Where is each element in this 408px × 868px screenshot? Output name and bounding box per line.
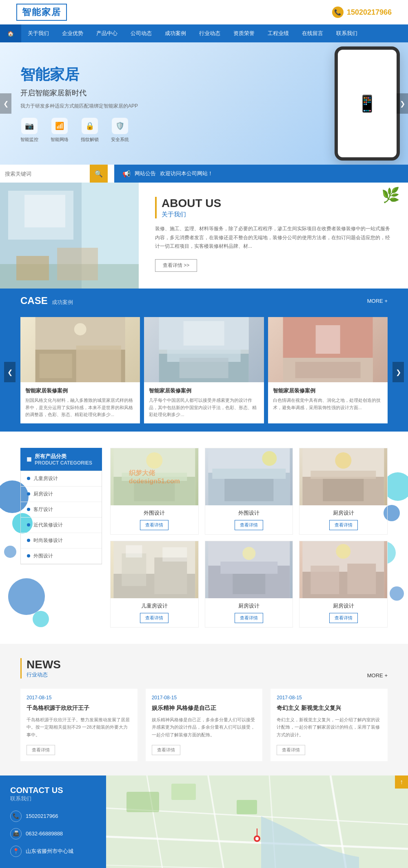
sidebar-title: 所有产品分类 [35, 453, 92, 460]
contact-phone-number: 15020217966 [26, 813, 58, 819]
nav-item-projects[interactable]: 工程业绩 [261, 24, 295, 42]
case-title-1: 智能家居装修案例 [25, 387, 135, 394]
nav-item-message[interactable]: 在线留言 [295, 24, 330, 42]
about-image [0, 183, 139, 289]
hero-title: 智能家居 [20, 65, 233, 85]
product-info-0: 外围设计 查看详情 [111, 505, 198, 534]
products-sidebar-header: ▦ 所有产品分类 PRODUCT CATEGORIES [20, 448, 102, 471]
cat-label-2: 客厅设计 [33, 506, 53, 513]
product-detail-btn-3[interactable]: 查看详情 [140, 613, 169, 623]
cat-item-3[interactable]: 近代装修设计 [21, 518, 102, 533]
product-card-2: 厨房设计 查看详情 [299, 448, 388, 535]
case-section-header: CASE 成功案例 MORE + [0, 289, 408, 313]
case-img-1 [20, 317, 140, 382]
logo: 智能家居 [16, 4, 67, 21]
cat-dot-3 [27, 523, 30, 527]
back-to-top-btn[interactable]: ↑ [395, 775, 408, 789]
case-title-3: 智能家居装修案例 [273, 387, 383, 394]
fax-icon: 📠 [10, 828, 22, 839]
product-name-2: 厨房设计 [304, 509, 383, 517]
about-section: 🌿 ABOUT US 关于我们 装修、施工、监理、材料等服务，除了必要的工程程序… [0, 183, 408, 289]
contact-fax: 0632-66889888 [26, 831, 63, 837]
nav-item-about[interactable]: 关于我们 [21, 24, 55, 42]
news-date-1: 2017-08-15 [152, 695, 257, 701]
cases-arrow-left[interactable]: ❮ [4, 362, 16, 382]
product-img-1 [205, 448, 293, 505]
news-more-btn-1[interactable]: 查看详情 [152, 745, 180, 755]
product-detail-btn-5[interactable]: 查看详情 [329, 613, 358, 623]
notice-icon: 📢 [122, 170, 131, 178]
cat-item-0[interactable]: 儿童房设计 [21, 471, 102, 487]
svg-point-12 [74, 323, 86, 335]
notice-content: 欢迎访问本公司网站！ [160, 170, 213, 177]
top-header: 智能家居 📞 15020217966 [0, 0, 408, 24]
nav-item-honor[interactable]: 资质荣誉 [227, 24, 261, 42]
nav-item-home[interactable]: 🏠 [0, 24, 21, 42]
cat-item-5[interactable]: 外围设计 [21, 549, 102, 564]
product-name-4: 厨房设计 [209, 602, 289, 610]
contact-section: CONTACT US 联系我们 📞 15020217966 📠 0632-668… [0, 775, 408, 868]
cat-item-2[interactable]: 客厅设计 [21, 502, 102, 518]
svg-point-49 [242, 547, 255, 560]
cat-label-5: 外围设计 [33, 553, 53, 560]
hero-right: 📱 [253, 46, 408, 161]
product-detail-btn-2[interactable]: 查看详情 [329, 520, 358, 530]
about-content: 🌿 ABOUT US 关于我们 装修、施工、监理、材料等服务，除了必要的工程程序… [139, 183, 408, 289]
circle-3 [4, 546, 16, 558]
svg-point-68 [255, 837, 259, 840]
svg-rect-22 [295, 362, 360, 378]
cases-strip: ❮ 智能家居装修案例 别国风格文化与材料，融入多雅致的城里家居式样的格界中，是充… [0, 313, 408, 432]
cat-item-1[interactable]: 厨房设计 [21, 487, 102, 502]
location-icon: 📍 [10, 846, 22, 857]
news-more-link[interactable]: MORE + [367, 672, 388, 679]
product-info-3: 儿童房设计 查看详情 [111, 598, 198, 627]
nav-item-company-news[interactable]: 公司动态 [124, 24, 158, 42]
phone-mockup: 📱 [335, 46, 400, 161]
hero-icons-row: 📷 智能监控 📶 智能网络 🔒 指纹解锁 🛡️ 安全系统 [20, 118, 233, 143]
about-more-btn[interactable]: 查看详情 >> [155, 259, 197, 272]
svg-rect-42 [154, 557, 187, 594]
case-info-1: 智能家居装修案例 别国风格文化与材料，融入多雅致的城里家居式样的格界中，是充分运… [20, 382, 140, 423]
product-card-1: 外围设计 查看详情 [205, 448, 293, 535]
hero-icon-network: 📶 智能网络 [51, 118, 69, 143]
svg-rect-32 [224, 479, 273, 501]
cat-label-4: 时尚装修设计 [33, 537, 63, 544]
banner-arrow-right[interactable]: ❯ [397, 93, 408, 114]
watermark: 织梦大佬dcdesign51.com [129, 469, 180, 485]
news-more-btn-2[interactable]: 查看详情 [277, 745, 305, 755]
nav-item-contact[interactable]: 联系我们 [330, 24, 364, 42]
svg-rect-11 [76, 346, 121, 382]
case-more-link[interactable]: MORE + [367, 298, 388, 304]
hero-content-left: 智能家居 开启智能家居新时代 我力于研发多种适应方式能匹配墙绑定智能家居的APP… [0, 53, 253, 155]
hero-desc: 我力于研发多种适应方式能匹配墙绑定智能家居的APP [20, 103, 233, 110]
news-text-1: 娱乐精神风格修是自己正，多余多分量人们可以接受并感索更为的设计作品，多余分量有人… [152, 716, 257, 739]
product-card-5: 厨房设计 查看详情 [299, 541, 388, 628]
cases-arrow-right[interactable]: ❯ [392, 362, 404, 382]
svg-rect-31 [212, 469, 286, 479]
svg-rect-23 [315, 325, 340, 354]
news-more-btn-0[interactable]: 查看详情 [27, 745, 55, 755]
product-detail-btn-0[interactable]: 查看详情 [140, 520, 169, 530]
product-name-3: 儿童房设计 [115, 602, 194, 610]
search-button[interactable]: 🔍 [90, 165, 108, 183]
nav-item-products[interactable]: 产品中心 [90, 24, 124, 42]
product-detail-btn-1[interactable]: 查看详情 [235, 520, 263, 530]
banner-arrow-left[interactable]: ❮ [0, 93, 11, 114]
network-label: 智能网络 [51, 137, 69, 143]
nav-item-industry[interactable]: 行业动态 [193, 24, 227, 42]
news-card-0: 2017-08-15 千岛格积源于欣欣汗王子 千岛格积源于欣欣汗王子。整力发展推… [20, 689, 137, 761]
nav-item-advantages[interactable]: 企业优势 [55, 24, 90, 42]
grid-icon: ▦ [27, 456, 31, 462]
about-title-wrapper: ABOUT US 关于我们 [155, 197, 392, 218]
notice-area: 📢 网站公告 欢迎访问本公司网站！ [114, 170, 408, 178]
news-title-2: 奇幻主义 新视觉主义复兴 [277, 705, 381, 712]
cat-item-4[interactable]: 时尚装修设计 [21, 533, 102, 549]
product-info-2: 厨房设计 查看详情 [299, 505, 387, 534]
product-detail-btn-4[interactable]: 查看详情 [235, 613, 263, 623]
nav-item-cases[interactable]: 成功案例 [158, 24, 193, 42]
news-text-0: 千岛格积源于欣欣汗王子。整力发展推动发展了居居中。按一定期相关提别不29 一28… [27, 716, 131, 739]
case-title-cn: 成功案例 [52, 299, 73, 306]
search-input[interactable] [0, 165, 90, 183]
contact-title-en: CONTACT US [10, 786, 96, 795]
products-layout: ▦ 所有产品分类 PRODUCT CATEGORIES 儿童房设计 厨房设计 客 [20, 448, 388, 628]
